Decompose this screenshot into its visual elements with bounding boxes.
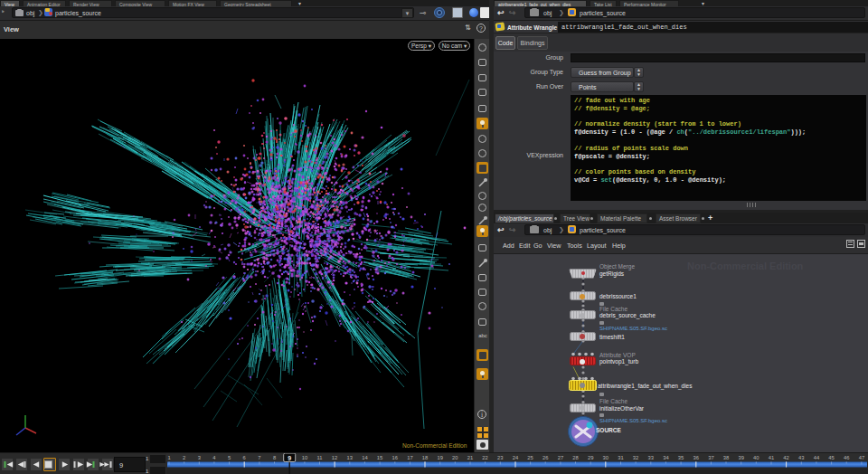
svg-text:4: 4 <box>212 455 216 460</box>
svg-text:5: 5 <box>228 455 231 460</box>
svg-text:7: 7 <box>258 455 260 460</box>
svg-text:2: 2 <box>183 455 185 460</box>
svg-text:37: 37 <box>708 455 713 460</box>
svg-text:14: 14 <box>362 455 368 460</box>
svg-text:1: 1 <box>167 455 170 460</box>
svg-text:19: 19 <box>437 455 442 460</box>
svg-text:39: 39 <box>738 455 743 460</box>
svg-text:29: 29 <box>588 455 593 460</box>
svg-text:24: 24 <box>513 455 519 460</box>
svg-text:34: 34 <box>663 455 669 460</box>
svg-text:41: 41 <box>769 455 774 460</box>
svg-text:6: 6 <box>243 455 246 460</box>
svg-text:25: 25 <box>527 455 533 460</box>
svg-text:20: 20 <box>452 455 458 460</box>
svg-text:26: 26 <box>542 455 548 460</box>
svg-text:12: 12 <box>332 455 337 460</box>
svg-text:3: 3 <box>198 455 201 460</box>
svg-text:45: 45 <box>828 455 834 460</box>
svg-text:15: 15 <box>377 455 382 460</box>
svg-text:8: 8 <box>273 455 276 460</box>
svg-text:21: 21 <box>467 455 473 460</box>
svg-text:27: 27 <box>558 455 563 460</box>
svg-text:47: 47 <box>859 455 864 460</box>
svg-text:13: 13 <box>347 455 353 460</box>
svg-text:17: 17 <box>407 455 412 460</box>
svg-text:36: 36 <box>693 455 699 460</box>
svg-text:38: 38 <box>723 455 729 460</box>
svg-text:43: 43 <box>798 455 804 460</box>
svg-text:18: 18 <box>422 455 428 460</box>
svg-text:40: 40 <box>753 455 759 460</box>
svg-text:11: 11 <box>316 455 322 460</box>
svg-text:44: 44 <box>814 455 820 460</box>
svg-text:10: 10 <box>302 455 307 460</box>
svg-text:22: 22 <box>482 455 487 460</box>
svg-text:35: 35 <box>678 455 684 460</box>
svg-text:33: 33 <box>648 455 654 460</box>
svg-text:28: 28 <box>572 455 578 460</box>
svg-text:32: 32 <box>633 455 638 460</box>
svg-text:30: 30 <box>603 455 609 460</box>
svg-text:16: 16 <box>392 455 398 460</box>
svg-text:23: 23 <box>497 455 503 460</box>
svg-text:42: 42 <box>783 455 788 460</box>
svg-text:9: 9 <box>288 455 291 461</box>
svg-text:31: 31 <box>618 455 623 460</box>
svg-text:46: 46 <box>844 455 849 460</box>
